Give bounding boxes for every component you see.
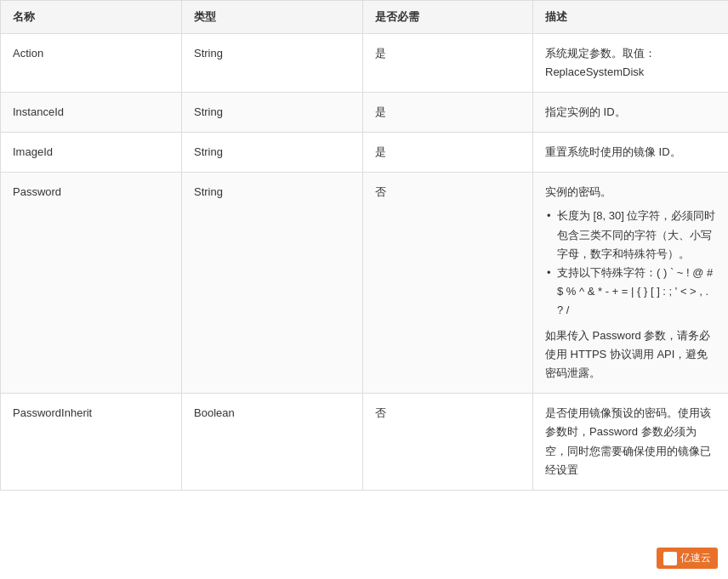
cell-type: String xyxy=(182,133,363,173)
desc-bullets: 长度为 [8, 30] 位字符，必须同时包含三类不同的字符（大、小写字母，数字和… xyxy=(545,207,716,320)
cell-desc: 实例的密码。长度为 [8, 30] 位字符，必须同时包含三类不同的字符（大、小写… xyxy=(533,173,729,394)
cell-type: Boolean xyxy=(182,394,363,490)
table-row: InstanceIdString是指定实例的 ID。 xyxy=(1,93,729,133)
desc-intro: 实例的密码。 xyxy=(545,183,716,202)
table-container: 名称 类型 是否必需 描述 ActionString是系统规定参数。取值：Rep… xyxy=(0,0,728,579)
cell-type: String xyxy=(182,93,363,133)
desc-bullet-item: 支持以下特殊字符：( ) ` ~ ! @ # $ % ^ & * - + = |… xyxy=(545,264,716,320)
table-row: ImageIdString是重置系统时使用的镜像 ID。 xyxy=(1,133,729,173)
header-name: 名称 xyxy=(1,1,182,34)
cell-name: ImageId xyxy=(1,133,182,173)
table-row: PasswordString否实例的密码。长度为 [8, 30] 位字符，必须同… xyxy=(1,173,729,394)
api-params-table: 名称 类型 是否必需 描述 ActionString是系统规定参数。取值：Rep… xyxy=(0,0,728,491)
cell-type: String xyxy=(182,173,363,394)
cell-name: Password xyxy=(1,173,182,394)
cell-desc: 指定实例的 ID。 xyxy=(533,93,729,133)
cell-name: InstanceId xyxy=(1,93,182,133)
watermark-text: 亿速云 xyxy=(680,551,711,565)
table-row: PasswordInheritBoolean否是否使用镜像预设的密码。使用该参数… xyxy=(1,394,729,490)
desc-bullet-item: 长度为 [8, 30] 位字符，必须同时包含三类不同的字符（大、小写字母，数字和… xyxy=(545,207,716,263)
cell-type: String xyxy=(182,34,363,93)
header-required: 是否必需 xyxy=(363,1,533,34)
desc-outro: 如果传入 Password 参数，请务必使用 HTTPS 协议调用 API，避免… xyxy=(545,326,716,383)
cell-name: Action xyxy=(1,34,182,93)
cell-desc: 重置系统时使用的镜像 ID。 xyxy=(533,133,729,173)
cell-required: 是 xyxy=(363,93,533,133)
table-row: ActionString是系统规定参数。取值：ReplaceSystemDisk xyxy=(1,34,729,93)
cell-name: PasswordInherit xyxy=(1,394,182,490)
watermark-badge: 亿速云 xyxy=(657,548,718,569)
cell-required: 是 xyxy=(363,34,533,93)
cell-desc: 是否使用镜像预设的密码。使用该参数时，Password 参数必须为空，同时您需要… xyxy=(533,394,729,490)
cell-required: 是 xyxy=(363,133,533,173)
cell-required: 否 xyxy=(363,173,533,394)
header-type: 类型 xyxy=(182,1,363,34)
header-desc: 描述 xyxy=(533,1,729,34)
cell-desc: 系统规定参数。取值：ReplaceSystemDisk xyxy=(533,34,729,93)
watermark-icon xyxy=(663,552,677,565)
cell-required: 否 xyxy=(363,394,533,490)
